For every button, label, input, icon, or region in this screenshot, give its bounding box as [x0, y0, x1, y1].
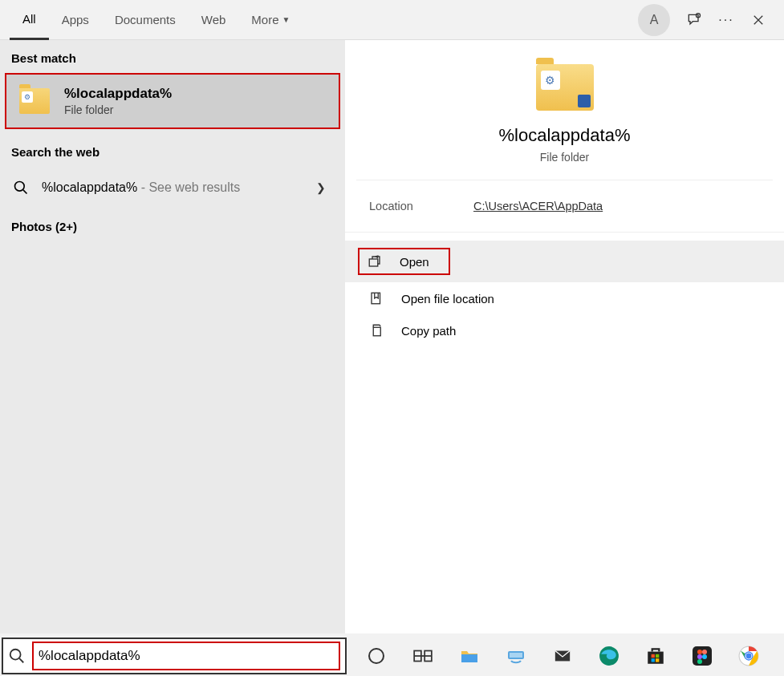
location-label: Location [369, 200, 473, 213]
svg-point-6 [369, 649, 384, 663]
svg-point-22 [697, 659, 702, 664]
mail-icon[interactable] [550, 644, 575, 668]
copy-icon [369, 323, 384, 338]
keyboard-app-icon[interactable] [504, 644, 528, 668]
chevron-down-icon: ▼ [282, 15, 290, 24]
tab-apps[interactable]: Apps [49, 0, 102, 40]
search-input[interactable] [39, 648, 334, 664]
chrome-icon[interactable] [737, 644, 761, 668]
svg-point-18 [697, 650, 702, 654]
search-body: Best match ⚙ %localappdata% File folder … [0, 40, 784, 633]
tab-all[interactable]: All [10, 0, 49, 40]
microsoft-store-icon[interactable] [644, 644, 668, 668]
gear-icon: ⚙ [22, 91, 33, 103]
detail-header: ⚙ %localappdata% File folder [356, 40, 773, 180]
search-icon [13, 180, 29, 196]
svg-point-19 [702, 650, 707, 654]
folder-icon: ⚙ [19, 88, 50, 114]
taskbar-items [347, 644, 761, 668]
svg-rect-16 [656, 658, 659, 662]
file-explorer-icon[interactable] [457, 644, 481, 668]
best-match-text: %localappdata% File folder [64, 86, 172, 116]
svg-rect-15 [652, 658, 655, 662]
sub-icon [578, 95, 591, 107]
open-icon [368, 254, 382, 269]
location-path[interactable]: C:\Users\ACER\AppData [473, 200, 603, 213]
action-open-file-location-label: Open file location [401, 292, 494, 306]
web-result[interactable]: %localappdata% - See web results ❯ [0, 167, 345, 208]
web-result-text: %localappdata% - See web results [42, 180, 303, 195]
header-actions: A ··· [638, 4, 774, 36]
best-match-heading: Best match [0, 40, 345, 73]
close-icon[interactable] [750, 12, 766, 28]
best-match-title: %localappdata% [64, 86, 172, 102]
web-result-suffix: - See web results [137, 180, 240, 194]
chevron-right-icon: ❯ [316, 181, 326, 194]
task-view-icon[interactable] [411, 644, 435, 668]
cortana-icon[interactable] [364, 644, 388, 668]
figma-icon[interactable] [690, 644, 714, 668]
bookmark-icon [369, 291, 384, 306]
taskbar-search[interactable] [2, 638, 347, 674]
action-open-row[interactable]: Open [345, 241, 784, 282]
photos-section[interactable]: Photos (2+) [0, 208, 345, 245]
best-match-subtitle: File folder [64, 103, 172, 116]
action-open[interactable]: Open [360, 249, 449, 273]
detail-panel: ⚙ %localappdata% File folder Location C:… [345, 40, 784, 633]
tab-web[interactable]: Web [189, 0, 239, 40]
tab-documents[interactable]: Documents [102, 0, 189, 40]
action-open-file-location[interactable]: Open file location [345, 282, 784, 314]
search-header: All Apps Documents Web More ▼ A ··· [0, 0, 784, 40]
svg-point-27 [746, 654, 752, 659]
svg-point-21 [702, 654, 707, 659]
action-list: Open Open file location Copy path [345, 241, 784, 346]
svg-rect-10 [510, 653, 522, 658]
search-tabs: All Apps Documents Web More ▼ [10, 0, 638, 40]
svg-point-1 [15, 182, 25, 192]
taskbar [0, 636, 784, 676]
svg-rect-14 [656, 654, 659, 658]
svg-rect-4 [373, 327, 380, 336]
detail-title: %localappdata% [499, 125, 631, 146]
search-web-heading: Search the web [0, 134, 345, 167]
svg-rect-13 [652, 654, 655, 658]
folder-icon: ⚙ [536, 64, 594, 111]
gear-icon: ⚙ [541, 71, 560, 90]
svg-point-5 [10, 650, 21, 660]
search-input-highlight [32, 642, 340, 670]
search-icon [8, 647, 26, 665]
best-match-result[interactable]: ⚙ %localappdata% File folder [5, 73, 340, 129]
edge-icon[interactable] [597, 644, 621, 668]
action-copy-path[interactable]: Copy path [345, 314, 784, 346]
tab-more[interactable]: More ▼ [238, 0, 303, 40]
web-result-query: %localappdata% [42, 180, 137, 194]
tab-more-label: More [251, 13, 278, 26]
svg-rect-17 [693, 646, 712, 666]
more-options-icon[interactable]: ··· [718, 12, 734, 28]
detail-subtitle: File folder [540, 151, 589, 164]
svg-point-20 [697, 654, 702, 659]
svg-rect-2 [369, 259, 378, 266]
feedback-icon[interactable] [686, 12, 702, 28]
action-open-label: Open [400, 255, 429, 269]
user-avatar[interactable]: A [638, 4, 670, 36]
location-row: Location C:\Users\ACER\AppData [345, 180, 784, 233]
results-panel: Best match ⚙ %localappdata% File folder … [0, 40, 345, 633]
action-copy-path-label: Copy path [401, 324, 456, 338]
